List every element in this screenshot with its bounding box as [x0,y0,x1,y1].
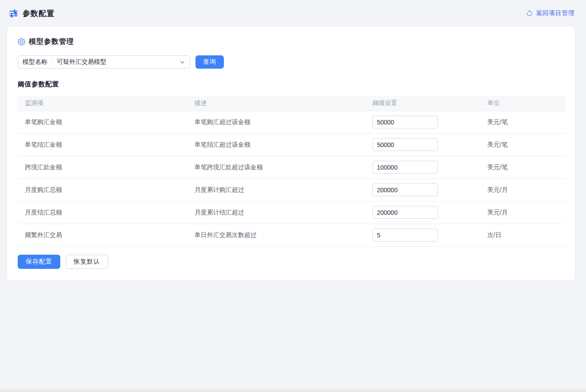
table-row: 频繁外汇交易单日外汇交易次数超过次/日 [18,224,565,246]
column-header-monitor-item: 监测项 [18,96,188,111]
model-name-label: 模型名称 [23,58,52,66]
description-cell: 单笔结汇超过该金额 [195,141,250,148]
back-to-project-link[interactable]: 返回项目管理 [526,9,574,17]
gear-icon [18,38,25,46]
description-cell: 单笔购汇超过该金额 [195,118,250,125]
description-cell: 单笔跨境汇款超过该金额 [195,163,263,171]
unit-cell: 美元/月 [488,186,508,193]
save-config-button[interactable]: 保存配置 [18,255,60,269]
threshold-input[interactable] [372,161,438,174]
bottom-edge-strip [0,389,586,392]
monitor-item-cell: 跨境汇款金额 [25,163,62,171]
monitor-item-cell: 月度购汇总额 [25,186,62,193]
description-cell: 月度累计结汇超过 [195,209,244,216]
table-row: 单笔结汇金额单笔结汇超过该金额美元/笔 [18,133,565,156]
column-header-unit: 单位 [481,96,565,111]
description-cell: 单日外汇交易次数超过 [195,231,257,238]
threshold-table: 监测项 描述 阈值设置 单位 单笔购汇金额单笔购汇超过该金额美元/笔单笔结汇金额… [18,96,565,247]
action-row: 保存配置 恢复默认 [18,255,565,269]
page-header: 参数配置 返回项目管理 [0,0,586,27]
table-row: 月度结汇总额月度累计结汇超过美元/月 [18,201,565,224]
sliders-icon [9,9,18,18]
table-header-row: 监测项 描述 阈值设置 单位 [18,96,565,111]
threshold-input[interactable] [372,138,438,151]
monitor-item-cell: 频繁外汇交易 [25,231,62,238]
chevron-down-icon [180,59,185,65]
query-button[interactable]: 查询 [195,55,224,69]
model-query-form: 模型名称 可疑外汇交易模型 查询 [18,55,565,69]
unit-cell: 美元/月 [488,209,508,216]
restore-default-button[interactable]: 恢复默认 [66,255,108,269]
table-row: 月度购汇总额月度累计购汇超过美元/月 [18,179,565,201]
back-link-label: 返回项目管理 [536,9,574,17]
column-header-description: 描述 [188,96,365,111]
monitor-item-cell: 单笔购汇金额 [25,118,62,125]
description-cell: 月度累计购汇超过 [195,186,244,193]
page-header-left: 参数配置 [9,8,55,19]
undo-arrow-icon [526,10,533,17]
monitor-item-cell: 月度结汇总额 [25,209,62,216]
model-parameter-card: 模型参数管理 模型名称 可疑外汇交易模型 查询 阈值参数配置 监测项 描述 阈值… [7,27,575,280]
monitor-item-cell: 单笔结汇金额 [25,141,62,148]
threshold-section-title: 阈值参数配置 [18,80,565,89]
panel-title-row: 模型参数管理 [18,37,565,47]
unit-cell: 美元/笔 [488,141,508,148]
column-header-threshold: 阈值设置 [365,96,480,111]
table-row: 单笔购汇金额单笔购汇超过该金额美元/笔 [18,111,565,133]
threshold-input[interactable] [372,183,438,196]
model-name-select[interactable]: 模型名称 可疑外汇交易模型 [18,55,190,69]
model-name-value: 可疑外汇交易模型 [52,58,180,66]
unit-cell: 美元/笔 [488,118,508,125]
threshold-input[interactable] [372,116,438,128]
threshold-input[interactable] [372,229,438,241]
table-row: 跨境汇款金额单笔跨境汇款超过该金额美元/笔 [18,156,565,179]
threshold-input[interactable] [372,206,438,219]
panel-title: 模型参数管理 [29,37,74,47]
page-title: 参数配置 [23,8,55,19]
unit-cell: 美元/笔 [488,163,508,171]
unit-cell: 次/日 [488,231,502,238]
